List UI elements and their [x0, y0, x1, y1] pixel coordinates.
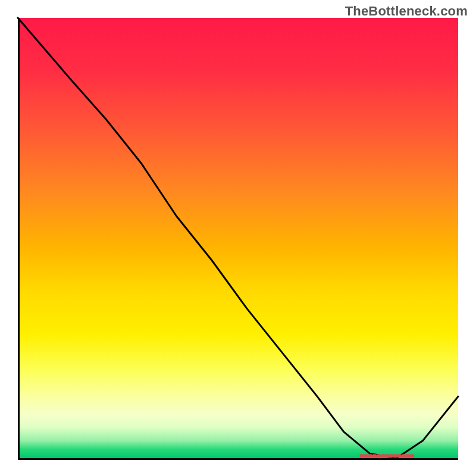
chart-overlay-svg: [18, 18, 458, 458]
bottleneck-gradient-chart: TheBottleneck.com: [0, 0, 476, 476]
watermark-text: TheBottleneck.com: [345, 4, 468, 19]
x-axis-line: [18, 458, 458, 460]
bottleneck-curve-line: [18, 18, 458, 458]
